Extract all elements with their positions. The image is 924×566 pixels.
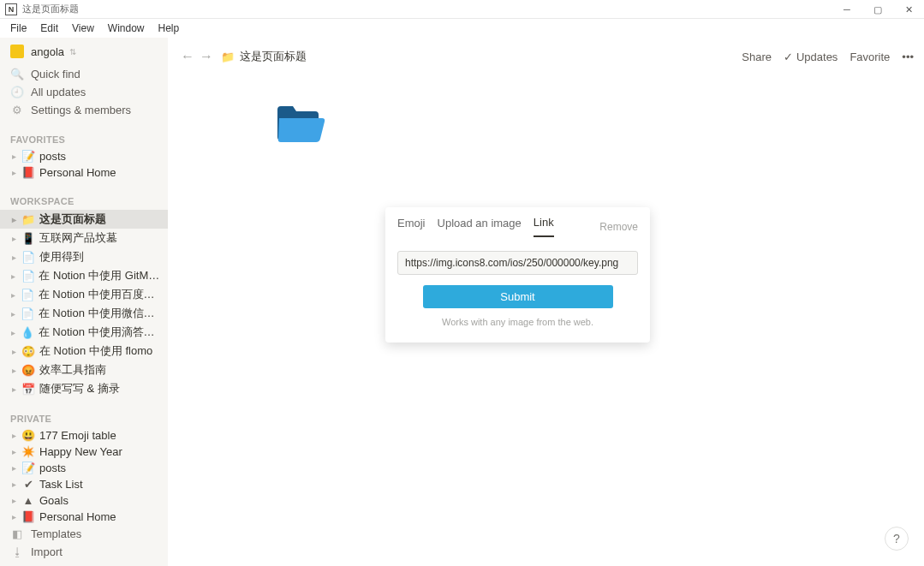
import[interactable]: ⭳ Import [0,543,168,561]
menu-view[interactable]: View [65,21,101,36]
tab-link[interactable]: Link [534,216,554,237]
page-label: Happy New Year [39,445,122,458]
menu-file[interactable]: File [3,21,33,36]
image-url-input[interactable] [397,251,638,275]
new-page[interactable]: ＋ New page [0,561,168,566]
icon-picker-popup: Emoji Upload an image Link Remove Submit… [385,207,650,343]
disclosure-triangle-icon[interactable]: ▸ [7,347,21,356]
workspace-page-item[interactable]: ▸😳在 Notion 中使用 flomo [0,342,168,360]
help-button[interactable]: ? [885,527,909,551]
updates-button[interactable]: ✓Updates [784,51,838,63]
disclosure-triangle-icon[interactable]: ▸ [7,215,21,224]
window-close-button[interactable]: ✕ [893,0,924,19]
page-label: 177 Emoji table [39,429,116,442]
page-emoji-icon: ✔ [21,478,36,491]
menu-window[interactable]: Window [101,21,152,36]
disclosure-triangle-icon[interactable]: ▸ [7,253,21,262]
private-page-item[interactable]: ▸📕Personal Home [0,509,168,525]
page-emoji-icon: 📝 [21,150,36,163]
disclosure-triangle-icon[interactable]: ▸ [7,366,21,375]
menu-edit[interactable]: Edit [33,21,65,36]
settings-members[interactable]: ⚙ Settings & members [0,101,168,119]
window-title: 这是页面标题 [22,3,79,15]
disclosure-triangle-icon[interactable]: ▸ [7,512,21,521]
section-favorites: FAVORITES [0,131,168,148]
nav-forward-button[interactable]: → [197,49,216,64]
breadcrumb[interactable]: 📁 这是页面标题 [221,49,307,64]
page-emoji-icon: 📅 [21,383,36,396]
favorite-item[interactable]: ▸📕Personal Home [0,164,168,181]
tab-upload-image[interactable]: Upload an image [438,217,522,236]
window-titlebar: N 这是页面标题 ─ ▢ ✕ [0,0,924,19]
disclosure-triangle-icon[interactable]: ▸ [7,496,21,505]
private-page-item[interactable]: ▸▲Goals [0,492,168,509]
page-emoji-icon: ▲ [21,494,36,507]
templates[interactable]: ◧ Templates [0,525,168,543]
menu-help[interactable]: Help [152,21,187,36]
disclosure-triangle-icon[interactable]: ▸ [7,431,21,440]
private-page-item[interactable]: ▸😃177 Emoji table [0,427,168,444]
window-minimize-button[interactable]: ─ [832,0,862,19]
workspace-page-item[interactable]: ▸📱互联网产品坟墓 [0,229,168,247]
page-emoji-icon: 😃 [21,429,36,442]
window-maximize-button[interactable]: ▢ [862,0,893,19]
tab-emoji[interactable]: Emoji [397,217,426,236]
favorite-item[interactable]: ▸📝posts [0,148,168,164]
page-label: 使用得到 [39,249,84,265]
workspace-page-item[interactable]: ▸📄使用得到 [0,247,168,266]
main-area: ← → 📁 这是页面标题 Share ✓Updates Favorite ••• [168,38,924,566]
page-label: 这是页面标题 [39,212,106,227]
workspace-page-item[interactable]: ▸📁这是页面标题 [0,210,168,229]
private-page-item[interactable]: ▸📝posts [0,460,168,476]
disclosure-triangle-icon[interactable]: ▸ [7,168,21,177]
app-menubar: File Edit View Window Help [0,19,924,38]
disclosure-triangle-icon[interactable]: ▸ [7,152,21,161]
favorite-button[interactable]: Favorite [849,51,890,63]
gear-icon: ⚙ [10,104,24,116]
section-workspace: WORKSPACE [0,193,168,210]
workspace-page-item[interactable]: ▸📅随便写写 & 摘录 [0,379,168,398]
more-button[interactable]: ••• [902,51,914,63]
disclosure-triangle-icon[interactable]: ▸ [7,384,21,394]
disclosure-triangle-icon[interactable]: ▸ [7,463,21,473]
disclosure-triangle-icon[interactable]: ▸ [7,290,20,300]
submit-button[interactable]: Submit [423,285,613,308]
page-emoji-icon: 📱 [21,232,36,245]
page-label: 在 Notion 中使用 GitMind [39,268,161,283]
import-icon: ⭳ [10,545,24,558]
workspace-switcher[interactable]: angola ⇅ [0,38,168,65]
page-emoji-icon: 📄 [21,251,36,264]
page-icon[interactable] [276,101,325,142]
disclosure-triangle-icon[interactable]: ▸ [7,271,21,281]
remove-icon-button[interactable]: Remove [599,221,638,233]
nav-back-button[interactable]: ← [178,49,197,64]
app-logo-icon: N [5,3,17,15]
page-emoji-icon: 😳 [21,345,36,358]
workspace-page-item[interactable]: ▸📄在 Notion 中使用百度脑图 [0,285,168,304]
page-label: posts [39,462,66,474]
workspace-page-item[interactable]: ▸💧在 Notion 中使用滴答清单 [0,323,168,342]
all-updates[interactable]: 🕘 All updates [0,83,168,101]
page-emoji-icon: 📕 [21,510,36,523]
quick-find[interactable]: 🔍 Quick find [0,65,168,83]
page-emoji-icon: 📁 [21,213,36,226]
templates-icon: ◧ [10,527,24,540]
topbar: ← → 📁 这是页面标题 Share ✓Updates Favorite ••• [168,38,924,75]
page-label: 效率工具指南 [39,362,106,378]
disclosure-triangle-icon[interactable]: ▸ [7,234,21,243]
disclosure-triangle-icon[interactable]: ▸ [7,480,21,489]
workspace-page-item[interactable]: ▸📄在 Notion 中使用 GitMind [0,266,168,285]
page-emoji-icon: 📝 [21,462,36,474]
private-page-item[interactable]: ▸✔Task List [0,476,168,492]
disclosure-triangle-icon[interactable]: ▸ [7,309,20,319]
share-button[interactable]: Share [742,51,772,63]
page-emoji-icon: 📄 [21,270,36,283]
folder-icon: 📁 [221,51,235,63]
disclosure-triangle-icon[interactable]: ▸ [7,328,20,337]
page-emoji-icon: 😡 [21,364,36,377]
private-page-item[interactable]: ▸✴️Happy New Year [0,444,168,460]
disclosure-triangle-icon[interactable]: ▸ [7,447,21,456]
workspace-page-item[interactable]: ▸😡效率工具指南 [0,360,168,379]
breadcrumb-label: 这是页面标题 [240,49,307,64]
workspace-page-item[interactable]: ▸📄在 Notion 中使用微信读书 [0,304,168,323]
